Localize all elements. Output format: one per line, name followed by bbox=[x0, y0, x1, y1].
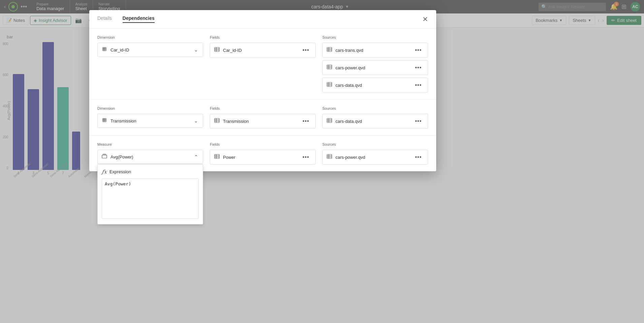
svg-rect-36 bbox=[102, 155, 107, 158]
svg-rect-32 bbox=[327, 118, 332, 122]
svg-rect-28 bbox=[215, 118, 219, 122]
expression-dropdown: 𝑓𝑥 Expression Avg(Power) bbox=[97, 164, 203, 224]
source-label-power2: cars-power.qvd bbox=[335, 155, 410, 160]
source-menu-trans[interactable]: ••• bbox=[413, 46, 424, 54]
source-card-transmission-data: cars-data.qvd ••• bbox=[322, 114, 428, 129]
dep-row-2: Dimension Transmission ⌄ bbox=[89, 100, 436, 136]
dimension-card-carid: Car_id-ID ⌄ bbox=[97, 43, 203, 57]
svg-rect-19 bbox=[327, 82, 332, 86]
expression-header: 𝑓𝑥 Expression bbox=[102, 169, 199, 175]
table-icon-field-transmission bbox=[214, 118, 220, 124]
dep-col-sources-3: Sources cars-power.qvd ••• bbox=[322, 142, 428, 165]
table-icon-field-power bbox=[214, 154, 220, 160]
table-icon-trans bbox=[327, 47, 332, 53]
measure-card-avgpower: Avg(Power) ⌄ 𝑓𝑥 Expression Avg(Power) bbox=[97, 150, 203, 164]
source-card-carid-trans: cars-trans.qvd ••• bbox=[322, 43, 428, 58]
table-icon-power2 bbox=[327, 154, 332, 160]
dimension-card-transmission: Transmission ⌄ bbox=[97, 114, 203, 128]
source-label-power1: cars-power.qvd bbox=[335, 65, 410, 70]
expression-label: Expression bbox=[109, 169, 131, 174]
measure-icon bbox=[102, 153, 107, 160]
dimension-label-carid: Car_id-ID bbox=[110, 47, 190, 52]
expression-textarea[interactable]: Avg(Power) bbox=[102, 178, 199, 219]
svg-rect-2 bbox=[103, 47, 106, 51]
fields-card-power: Power ••• bbox=[210, 150, 316, 165]
svg-rect-7 bbox=[215, 47, 219, 51]
tab-details[interactable]: Details bbox=[97, 15, 112, 23]
fields-menu-power[interactable]: ••• bbox=[300, 153, 311, 161]
measure-chevron-avgpower[interactable]: ⌄ bbox=[193, 153, 199, 160]
modal-header: Details Dependencies ✕ bbox=[89, 10, 436, 29]
source-card-carid-data: cars-data.qvd ••• bbox=[322, 78, 428, 93]
source-card-power: cars-power.qvd ••• bbox=[322, 150, 428, 165]
dep-col-dimension-1: Dimension Car_id-ID ⌄ bbox=[97, 35, 203, 93]
tab-dependencies[interactable]: Dependencies bbox=[123, 15, 155, 23]
measure-label-avgpower: Avg(Power) bbox=[110, 154, 190, 159]
source-menu-power1[interactable]: ••• bbox=[413, 64, 424, 71]
svg-rect-42 bbox=[327, 154, 332, 158]
dep-row-3: Measure Avg(Power) ⌄ 𝑓𝑥 bbox=[89, 136, 436, 171]
table-icon-power1 bbox=[327, 64, 332, 71]
source-menu-data2[interactable]: ••• bbox=[413, 117, 424, 125]
source-menu-power2[interactable]: ••• bbox=[413, 153, 424, 161]
table-icon-data2 bbox=[327, 118, 332, 124]
dep-row-1: Dimension Car_id-ID ⌄ bbox=[89, 29, 436, 100]
svg-rect-15 bbox=[327, 65, 332, 69]
expression-func-icon: 𝑓𝑥 bbox=[102, 169, 107, 175]
fields-label-carid: Car_id-ID bbox=[223, 48, 297, 53]
dep-col-measure: Measure Avg(Power) ⌄ 𝑓𝑥 bbox=[97, 142, 203, 165]
dependencies-modal: Details Dependencies ✕ Dimension bbox=[89, 10, 436, 171]
fields-menu-carid[interactable]: ••• bbox=[300, 46, 311, 54]
dep-col-fields-3: Fields Power ••• bbox=[210, 142, 316, 165]
dimension-chevron-carid[interactable]: ⌄ bbox=[193, 46, 199, 53]
dep-col-fields-2: Fields Transmission ••• bbox=[210, 106, 316, 129]
fields-label-power: Power bbox=[223, 155, 297, 160]
source-label-data2: cars-data.qvd bbox=[335, 119, 410, 124]
modal-tabs: Details Dependencies bbox=[97, 15, 155, 23]
dep-col-fields-1: Fields Car_id-ID ••• bbox=[210, 35, 316, 93]
source-label-data1: cars-data.qvd bbox=[335, 83, 410, 88]
cube-icon-transmission bbox=[102, 117, 107, 124]
source-menu-data1[interactable]: ••• bbox=[413, 81, 424, 89]
table-icon-data1 bbox=[327, 82, 332, 88]
svg-rect-11 bbox=[327, 47, 332, 51]
modal-close-button[interactable]: ✕ bbox=[422, 16, 428, 23]
modal-body: Dimension Car_id-ID ⌄ bbox=[89, 29, 436, 171]
cube-icon bbox=[102, 46, 107, 53]
fields-card-transmission: Transmission ••• bbox=[210, 114, 316, 129]
source-label-trans: cars-trans.qvd bbox=[335, 48, 410, 53]
dimension-chevron-transmission[interactable]: ⌄ bbox=[193, 117, 199, 124]
source-card-carid-power: cars-power.qvd ••• bbox=[322, 60, 428, 75]
dep-col-dimension-2: Dimension Transmission ⌄ bbox=[97, 106, 203, 129]
table-icon-field-carid bbox=[214, 47, 220, 53]
svg-rect-23 bbox=[103, 118, 106, 122]
fields-card-carid: Car_id-ID ••• bbox=[210, 43, 316, 58]
svg-rect-38 bbox=[215, 154, 219, 158]
dep-col-sources-1: Sources cars-trans.qvd ••• bbox=[322, 35, 428, 93]
dep-col-sources-2: Sources cars-data.qvd ••• bbox=[322, 106, 428, 129]
dimension-label-transmission: Transmission bbox=[110, 118, 190, 123]
fields-label-transmission: Transmission bbox=[223, 119, 297, 124]
fields-menu-transmission[interactable]: ••• bbox=[300, 117, 311, 125]
